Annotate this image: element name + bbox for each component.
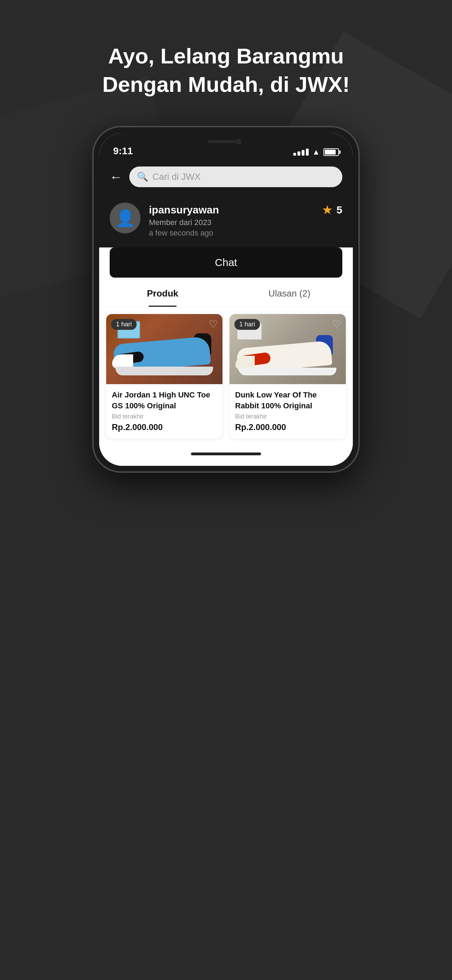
- tabs-section: Produk Ulasan (2): [99, 279, 353, 307]
- product-bid-label-2: Bid terakhir: [235, 413, 340, 420]
- rating-number: 5: [336, 204, 342, 216]
- battery-icon: [323, 148, 339, 156]
- product-price-2: Rp.2.000.000: [235, 422, 340, 432]
- phone-screen: 9:11 ▲: [99, 133, 353, 466]
- search-input-wrapper[interactable]: 🔍 Cari di JWX: [129, 167, 342, 187]
- search-bar: ← 🔍 Cari di JWX: [99, 161, 353, 194]
- search-icon: 🔍: [137, 172, 148, 182]
- product-badge-1: 1 hari: [111, 319, 137, 330]
- phone-mockup: 9:11 ▲: [93, 127, 359, 472]
- product-image-1: 1 hari ♡: [106, 314, 223, 384]
- product-price-1: Rp.2.000.000: [112, 422, 217, 432]
- product-card-2[interactable]: 1 hari ♡ Dunk Low Year Of The Rabbit 100…: [229, 314, 346, 439]
- home-indicator: [191, 452, 261, 455]
- profile-card: 👤 ipansuryawan Member dari 2023 a few se…: [99, 194, 353, 247]
- product-title-1: Air Jordan 1 High UNC Toe GS 100% Origin…: [112, 390, 217, 412]
- products-grid: 1 hari ♡ Air Jordan 1 High UNC Toe GS 10…: [99, 307, 353, 445]
- profile-info: ipansuryawan Member dari 2023 a few seco…: [149, 203, 219, 238]
- product-info-1: Air Jordan 1 High UNC Toe GS 100% Origin…: [106, 384, 223, 439]
- avatar: 👤: [110, 203, 140, 234]
- search-input[interactable]: Cari di JWX: [153, 172, 201, 182]
- phone-notch: [188, 133, 264, 150]
- back-button[interactable]: ←: [110, 171, 122, 183]
- product-title-2: Dunk Low Year Of The Rabbit 100% Origina…: [235, 390, 340, 412]
- status-icons: ▲: [293, 148, 339, 157]
- tab-ulasan[interactable]: Ulasan (2): [226, 279, 353, 307]
- notch-camera: [236, 139, 242, 145]
- profile-rating: ★ 5: [321, 203, 342, 217]
- chat-button[interactable]: Chat: [110, 247, 342, 278]
- product-heart-2[interactable]: ♡: [332, 318, 341, 330]
- product-badge-2: 1 hari: [234, 319, 260, 330]
- status-time: 9:11: [113, 145, 133, 157]
- page-headline: Ayo, Lelang Barangmu Dengan Mudah, di JW…: [102, 42, 350, 99]
- product-card-1[interactable]: 1 hari ♡ Air Jordan 1 High UNC Toe GS 10…: [106, 314, 223, 439]
- profile-name: ipansuryawan: [149, 204, 219, 216]
- tab-produk[interactable]: Produk: [99, 279, 226, 307]
- profile-left: 👤 ipansuryawan Member dari 2023 a few se…: [110, 203, 219, 238]
- wifi-icon: ▲: [312, 148, 320, 157]
- profile-member-since: Member dari 2023: [149, 218, 219, 227]
- avatar-icon: 👤: [115, 210, 135, 226]
- product-info-2: Dunk Low Year Of The Rabbit 100% Origina…: [229, 384, 346, 439]
- notch-speaker: [208, 140, 236, 143]
- signal-icon: [293, 149, 309, 156]
- home-indicator-area: [99, 445, 353, 466]
- product-heart-1[interactable]: ♡: [209, 318, 218, 330]
- product-bid-label-1: Bid terakhir: [112, 413, 217, 420]
- profile-time-ago: a few seconds ago: [149, 229, 219, 238]
- star-icon: ★: [321, 203, 333, 217]
- product-image-2: 1 hari ♡: [229, 314, 346, 384]
